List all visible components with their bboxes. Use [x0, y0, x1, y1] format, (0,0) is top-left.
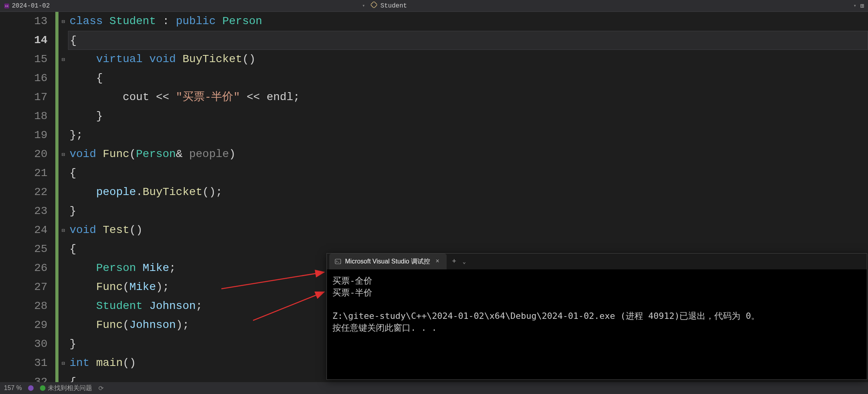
crumb-symbol: Student: [380, 2, 407, 9]
code-line[interactable]: {: [68, 69, 868, 88]
svg-rect-7: [335, 259, 341, 264]
line-number: 15: [0, 50, 47, 69]
terminal-titlebar[interactable]: Microsoft Visual Studio 调试控 × + ⌄: [327, 254, 867, 269]
line-number: 19: [0, 126, 47, 145]
line-number: 24: [0, 221, 47, 240]
line-number: 28: [0, 297, 47, 316]
terminal-line: 买票-半价: [332, 287, 861, 299]
fold-toggle[interactable]: ⊟: [58, 50, 68, 69]
line-number: 25: [0, 240, 47, 259]
fold-toggle[interactable]: ⊟: [58, 12, 68, 31]
code-line[interactable]: {: [68, 164, 868, 183]
svg-text:++: ++: [5, 4, 8, 8]
close-icon[interactable]: ×: [434, 258, 441, 265]
line-number: 20: [0, 145, 47, 164]
file-tab-label: 2024-01-02: [12, 2, 50, 9]
terminal-actions: + ⌄: [447, 258, 472, 265]
fold-toggle: [58, 335, 68, 354]
line-number: 18: [0, 107, 47, 126]
fold-toggle[interactable]: ⊟: [58, 354, 68, 373]
line-number: 22: [0, 183, 47, 202]
terminal-line: 按任意键关闭此窗口. . .: [332, 322, 861, 334]
svg-rect-2: [371, 2, 377, 8]
fold-toggle: [58, 126, 68, 145]
code-line[interactable]: void Func(Person& people): [68, 145, 868, 164]
line-number: 17: [0, 88, 47, 107]
terminal-line: Z:\gitee-study\C++\2024-01-02\x64\Debug\…: [332, 310, 861, 322]
crumb-dropdown-icon[interactable]: ▾: [362, 3, 365, 9]
terminal-output[interactable]: 买票-全价买票-半价 Z:\gitee-study\C++\2024-01-02…: [327, 269, 867, 339]
line-number: 29: [0, 316, 47, 335]
fold-toggle: [58, 69, 68, 88]
fold-toggle: [58, 107, 68, 126]
terminal-icon: [335, 258, 341, 265]
fold-toggle: [58, 88, 68, 107]
code-line[interactable]: {: [68, 31, 868, 50]
fold-toggle: [58, 316, 68, 335]
line-number: 13: [0, 12, 47, 31]
code-line[interactable]: virtual void BuyTicket(): [68, 50, 868, 69]
code-line[interactable]: }: [68, 107, 868, 126]
terminal-tab[interactable]: Microsoft Visual Studio 调试控 ×: [329, 254, 447, 269]
terminal-tab-title: Microsoft Visual Studio 调试控: [345, 258, 430, 266]
new-tab-icon[interactable]: +: [452, 258, 457, 265]
code-line[interactable]: }: [68, 202, 868, 221]
fold-toggle: [58, 183, 68, 202]
issues-status[interactable]: 未找到相关问题: [40, 384, 92, 392]
top-bar: ++ 2024-01-02 ▾ Student ▾ ⊞: [0, 0, 868, 12]
fold-toggle: [58, 202, 68, 221]
line-number: 26: [0, 259, 47, 278]
fold-toggle: [58, 259, 68, 278]
line-number-gutter: 1314151617181920212223242526272829303132: [0, 12, 55, 382]
change-margin: [55, 12, 58, 382]
code-line[interactable]: };: [68, 126, 868, 145]
terminal-window: Microsoft Visual Studio 调试控 × + ⌄ 买票-全价买…: [326, 253, 867, 380]
fold-toggle: [58, 297, 68, 316]
fold-toggle[interactable]: ⊟: [58, 221, 68, 240]
code-line[interactable]: class Student : public Person: [68, 12, 868, 31]
line-number: 14: [0, 31, 47, 50]
fold-toggle: [58, 164, 68, 183]
crumb-end-dropdown-icon[interactable]: ▾: [853, 3, 856, 9]
fold-toggle: [58, 240, 68, 259]
symbol-icon: [371, 2, 377, 10]
chevron-down-icon[interactable]: ⌄: [462, 258, 466, 265]
terminal-line: [332, 298, 861, 310]
fold-toggle: [58, 31, 68, 50]
zoom-level[interactable]: 157 %: [4, 385, 22, 392]
line-number: 23: [0, 202, 47, 221]
status-bar: 157 % 未找到相关问题 ⟳: [0, 382, 868, 394]
code-line[interactable]: cout << "买票-半价" << endl;: [68, 88, 868, 107]
line-number: 30: [0, 335, 47, 354]
fold-column: ⊟⊟⊟⊟⊟: [58, 12, 68, 382]
nav-crumb[interactable]: Student: [365, 2, 413, 10]
code-line[interactable]: void Test(): [68, 221, 868, 240]
file-tab[interactable]: ++ 2024-01-02: [0, 0, 54, 11]
line-number: 27: [0, 278, 47, 297]
line-number: 16: [0, 69, 47, 88]
fold-toggle: [58, 278, 68, 297]
line-number: 31: [0, 354, 47, 373]
status-indicator-2[interactable]: ⟳: [98, 385, 104, 392]
code-line[interactable]: people.BuyTicket();: [68, 183, 868, 202]
cpp-file-icon: ++: [4, 3, 9, 9]
line-number: 21: [0, 164, 47, 183]
terminal-line: 买票-全价: [332, 275, 861, 287]
status-indicator-1[interactable]: [28, 385, 34, 391]
split-icon[interactable]: ⊞: [856, 2, 868, 10]
fold-toggle[interactable]: ⊟: [58, 145, 68, 164]
tab-strip: ++ 2024-01-02 ▾ Student ▾ ⊞: [0, 0, 868, 11]
